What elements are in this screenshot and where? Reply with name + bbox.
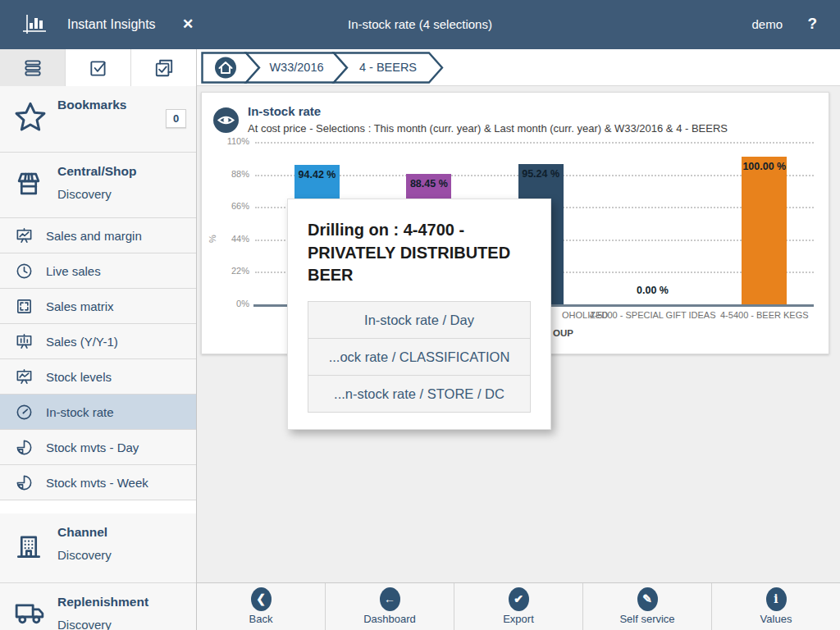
sidebar-item-stock-levels[interactable]: Stock levels <box>0 359 196 395</box>
star-icon <box>13 100 48 138</box>
home-icon <box>215 57 236 79</box>
user-name[interactable]: demo <box>751 17 783 31</box>
y-tick-label: 110% <box>210 136 249 146</box>
breadcrumb-item-week[interactable]: W33/2016 <box>259 61 334 74</box>
checkbox-check-icon <box>88 57 109 79</box>
y-tick-label: 88% <box>210 169 249 179</box>
sidebar-item-label: Sales and margin <box>46 229 142 243</box>
export-button[interactable]: ✔ Export <box>454 583 582 630</box>
x-axis-label: 4-5400 - BEER KEGS <box>699 310 830 322</box>
sidebar-item-label: Sales (Y/Y-1) <box>46 335 118 349</box>
self-service-button[interactable]: ✎ Self service <box>582 583 711 630</box>
sidebar-spacer <box>0 500 196 514</box>
sidebar-item-label: Live sales <box>46 264 101 278</box>
drill-option[interactable]: ...ock rate / CLASSIFICATION <box>308 338 531 376</box>
check-icon: ✔ <box>509 587 529 611</box>
sidebar-item-label: Stock levels <box>46 370 112 384</box>
tab-selections[interactable] <box>66 49 131 86</box>
app-header: Instant Insights ✕ In-stock rate (4 sele… <box>0 0 840 49</box>
sidebar: Bookmarks 0 Central/Shop Discovery Sales… <box>0 86 197 630</box>
bar-value-label: 100.00 % <box>719 161 810 172</box>
sidebar-central-shop[interactable]: Central/Shop Discovery <box>0 153 196 218</box>
sidebar-item-sales-yy[interactable]: Sales (Y/Y-1) <box>0 324 196 359</box>
pie-chart-icon <box>15 473 34 492</box>
drill-option[interactable]: ...n-stock rate / STORE / DC <box>308 375 531 413</box>
sidebar-replenishment[interactable]: Replenishment Discovery <box>0 583 196 630</box>
help-icon[interactable]: ? <box>807 15 817 33</box>
gridline <box>255 142 814 144</box>
presentation-line-chart-icon <box>15 226 34 245</box>
clock-icon <box>15 262 34 281</box>
page-title: In-stock rate (4 selections) <box>0 17 840 31</box>
sidebar-item-stock-mvts-week[interactable]: Stock mvts - Week <box>0 465 196 500</box>
replenishment-title: Replenishment <box>57 595 148 609</box>
breadcrumb: W33/2016 4 - BEERS <box>201 52 455 84</box>
bar-value-label: 88.45 % <box>384 178 474 189</box>
bookmarks-label: Bookmarks <box>57 98 126 112</box>
bar-4[interactable] <box>742 157 787 304</box>
gauge-icon <box>15 403 34 422</box>
tab-multi-select[interactable] <box>131 49 196 86</box>
back-icon: ❮ <box>251 587 272 611</box>
channel-title: Channel <box>57 525 107 540</box>
sidebar-item-sales-and-margin[interactable]: Sales and margin <box>0 218 196 253</box>
channel-subtitle: Discovery <box>57 548 112 562</box>
sidebar-item-in-stock-rate[interactable]: In-stock rate <box>0 395 196 430</box>
pie-chart-icon <box>15 438 34 457</box>
shop-icon <box>13 168 44 203</box>
sidebar-item-label: In-stock rate <box>46 405 114 419</box>
drill-popup-title: Drilling on : 4-4700 - PRIVATELY DISTRIB… <box>308 219 531 287</box>
dashboard-button[interactable]: ← Dashboard <box>325 583 454 630</box>
central-shop-subtitle: Discovery <box>57 187 112 201</box>
bar-value-label: 95.24 % <box>495 168 586 180</box>
drill-options: In-stock rate / Day...ock rate / CLASSIF… <box>308 301 531 413</box>
drill-option[interactable]: In-stock rate / Day <box>308 301 531 339</box>
sidebar-item-stock-mvts-day[interactable]: Stock mvts - Day <box>0 430 196 465</box>
info-icon: i <box>766 587 787 611</box>
sidebar-item-label: Stock mvts - Day <box>46 441 139 454</box>
sidebar-channel[interactable]: Channel Discovery <box>0 514 196 583</box>
central-shop-title: Central/Shop <box>57 164 136 179</box>
bookmarks-count-badge: 0 <box>166 109 186 128</box>
y-tick-label: 22% <box>210 266 249 276</box>
tab-menu-list[interactable] <box>0 49 66 86</box>
bottom-toolbar: ❮ Back ← Dashboard ✔ Export ✎ Self servi… <box>197 582 840 630</box>
breadcrumb-item-beers[interactable]: 4 - BEERS <box>347 61 429 74</box>
building-icon <box>13 531 44 565</box>
sidebar-item-label: Sales matrix <box>46 299 114 313</box>
presentation-trend-icon <box>15 368 34 386</box>
truck-icon <box>13 596 46 630</box>
y-tick-label: 0% <box>210 299 249 308</box>
copy-check-icon <box>153 57 175 79</box>
expand-matrix-icon <box>15 297 34 316</box>
replenishment-subtitle: Discovery <box>57 618 112 630</box>
presentation-bar-chart-icon <box>15 332 34 351</box>
y-tick-label: 66% <box>210 201 249 211</box>
bar-value-label: 0.00 % <box>607 285 697 296</box>
y-tick-label: 44% <box>210 234 249 244</box>
drill-popup: Drilling on : 4-4700 - PRIVATELY DISTRIB… <box>287 199 551 430</box>
sidebar-item-live-sales[interactable]: Live sales <box>0 253 196 289</box>
bar-value-label: 94.42 % <box>272 169 363 180</box>
sidebar-item-sales-matrix[interactable]: Sales matrix <box>0 289 196 324</box>
sidebar-bookmarks[interactable]: Bookmarks 0 <box>0 86 196 153</box>
sidebar-item-label: Stock mvts - Week <box>46 476 148 490</box>
tab-strip: W33/2016 4 - BEERS <box>0 49 840 86</box>
back-button[interactable]: ❮ Back <box>197 583 325 630</box>
arrow-left-icon: ← <box>380 587 400 611</box>
rows-icon <box>22 57 43 79</box>
values-button[interactable]: i Values <box>711 583 840 630</box>
x-axis-title-fragment: OUP <box>553 328 573 338</box>
pencil-icon: ✎ <box>637 587 658 611</box>
